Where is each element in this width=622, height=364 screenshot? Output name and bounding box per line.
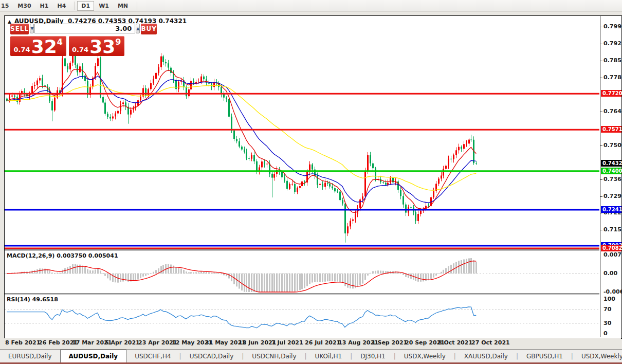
price-level-badge: 0.74007 [601,168,621,174]
rsi-axis-label: 70 [603,306,611,313]
buy-price-sup: 9 [115,37,121,47]
timeframe-button-m30[interactable]: M30 [13,1,35,11]
price-axis-label: 0.75060 [603,142,622,149]
macd-label: MACD(12,26,9) 0.003750 0.005041 [7,252,118,259]
rsi-axis-label: 30 [603,320,611,326]
rsi-plot[interactable]: RSI(14) 49.6518 [5,295,599,337]
sell-price-prefix: 0.74 [14,46,30,53]
date-axis-label: 8 Feb 2021 [5,339,40,346]
price-axis-label: 0.71580 [603,226,622,233]
chart-tab-gbpusd-h1[interactable]: GBPUSD,H1 [518,350,571,362]
macd-axis-label: 0.007015 [603,251,622,258]
price-axis-label: 0.73660 [603,176,622,183]
macd-axis-label: 0.00 [603,270,617,277]
price-axis-label: 0.77860 [603,74,622,81]
timeframe-button-h4[interactable]: H4 [53,1,70,11]
price-level-badge: 0.72411 [601,206,621,213]
chart-tab-audusd-daily[interactable]: AUDUSD,Daily [60,350,127,362]
chart-tab-usdx-weekly[interactable]: USDX,Weekly [573,350,622,362]
price-level-badge: 0.74321 [601,160,621,167]
timeframe-button-d1[interactable]: D1 [77,1,94,11]
price-axis-label: 0.72960 [603,193,622,199]
buy-button[interactable]: BUY [141,24,157,34]
rsi-label: RSI(14) 49.6518 [7,296,58,303]
date-axis-label: 1 Sep 2021 [372,339,407,346]
timeframe-button-h1[interactable]: H1 [36,1,53,11]
chart-tab-dj30-h1[interactable]: DJ30,H1 [352,350,394,362]
date-axis-label: 27 Oct 2021 [471,339,510,346]
axis-tick [600,61,602,61]
sell-price-sup: 4 [57,37,63,47]
timeframe-toolbar: 15M30H1H4D1W1MN [0,0,622,12]
chart-tab-usdx-weekly[interactable]: USDX,Weekly [396,350,454,362]
price-level-badge: 0.70820 [601,245,621,251]
axis-tick [600,44,602,44]
price-axis-label: 0.76460 [603,108,622,115]
trading-terminal: 15M30H1H4D1W1MN ▲AUDUSD,Daily 0.74276 0.… [0,0,622,364]
buy-price-prefix: 0.74 [72,46,88,53]
volume-increase-button[interactable]: ▲ [136,24,140,33]
time-axis[interactable]: 8 Feb 202126 Feb 202117 Mar 20215 Apr 20… [4,338,621,349]
chart-tab-eurusd-daily[interactable]: EURUSD,Daily [0,350,60,362]
timeframe-button-mn[interactable]: MN [114,1,132,11]
date-axis-label: 8 Oct 2021 [438,339,472,346]
toolbar-separator [137,2,137,10]
date-axis-label: 18 Jun 2021 [239,339,276,346]
chart-window: ▲AUDUSD,Daily 0.74276 0.74353 0.74193 0.… [4,15,622,339]
chart-tab-ukoil-h1[interactable]: UKOil,H1 [307,350,351,362]
macd-axis-label: -0.006923 [603,288,622,295]
axis-tick [600,230,602,230]
chart-tab-usdcad-daily[interactable]: USDCAD,Daily [181,350,242,362]
sell-button[interactable]: SELL [10,24,29,34]
price-axis[interactable]: 0.799600.792600.785600.778600.764600.750… [600,16,621,337]
rsi-axis-label: 0 [603,330,608,337]
chart-tab-usdcnh-daily[interactable]: USDCNH,Daily [244,350,304,362]
axis-tick [600,145,602,146]
volume-decrease-button[interactable]: ▼ [30,24,34,33]
sell-price-display[interactable]: 0.74 32 4 [10,36,66,56]
toolbar-separator [75,2,75,10]
axis-tick [600,213,602,213]
date-axis-label: 5 Apr 2021 [105,339,140,346]
buy-price-big: 33 [89,38,115,56]
date-axis-label: 7 Jul 2021 [271,339,303,346]
axis-tick [600,78,602,78]
macd-plot[interactable]: MACD(12,26,9) 0.003750 0.005041 [5,251,599,293]
price-level-badge: 0.77200 [601,90,621,97]
axis-tick [600,27,602,27]
axis-tick [600,112,602,112]
axis-tick [600,179,602,180]
price-level-badge: 0.75716 [601,126,621,133]
price-axis-label: 0.78560 [603,57,622,64]
volume-input[interactable] [34,24,135,33]
timeframe-button-15[interactable]: 15 [0,1,13,11]
sell-price-big: 32 [31,38,57,56]
date-axis-label: 26 Jul 2021 [305,339,340,346]
chart-tab-xauusd-daily[interactable]: XAUUSD,Daily [456,350,516,362]
rsi-axis-label: 100 [603,296,615,302]
buy-price-display[interactable]: 0.74 33 9 [69,36,125,56]
axis-tick [600,196,602,197]
price-axis-label: 0.79260 [603,40,622,47]
chart-tab-bar: EURUSD,DailyAUDUSD,DailyUSDCHF,H4|USDCAD… [0,350,622,362]
timeframe-button-w1[interactable]: W1 [95,1,113,11]
price-axis-label: 0.79960 [603,23,622,30]
chart-tab-usdchf-h4[interactable]: USDCHF,H4 [126,350,179,362]
one-click-trading-panel: SELL ▼ ▲ BUY 0.74 32 4 0.74 33 9 [10,24,124,56]
